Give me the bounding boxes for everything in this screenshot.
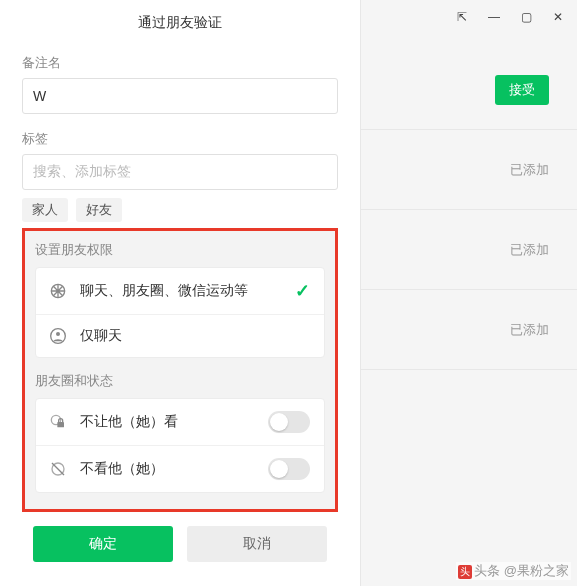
perm-option-full[interactable]: 聊天、朋友圈、微信运动等 ✓	[36, 268, 324, 314]
moments-hide-their[interactable]: 不看他（她）	[36, 445, 324, 492]
friend-row-added-1: 已添加	[361, 130, 577, 210]
remark-input[interactable]	[22, 78, 338, 114]
watermark-text: @果粉之家	[504, 563, 569, 578]
permissions-highlight-box: 设置朋友权限 聊天、朋友圈、微信运动等 ✓ 仅聊天 朋友圈和状态	[22, 228, 338, 512]
check-icon: ✓	[295, 280, 310, 302]
dialog-buttons: 确定 取消	[22, 512, 338, 578]
tag-chip-friend[interactable]: 好友	[76, 198, 122, 222]
cancel-button[interactable]: 取消	[187, 526, 327, 562]
svg-rect-4	[57, 422, 64, 427]
tags-label: 标签	[22, 130, 338, 148]
close-icon[interactable]: ✕	[551, 10, 565, 24]
pin-icon[interactable]: ⇱	[455, 10, 469, 24]
window-controls: ⇱ — ▢ ✕	[455, 0, 577, 28]
permission-card-main: 聊天、朋友圈、微信运动等 ✓ 仅聊天	[35, 267, 325, 358]
aperture-icon	[50, 283, 70, 299]
moments-title: 朋友圈和状态	[35, 372, 325, 390]
moments-option-label: 不看他（她）	[80, 460, 268, 478]
friend-row-added-2: 已添加	[361, 210, 577, 290]
watermark: 头头条 @果粉之家	[456, 562, 571, 580]
watermark-prefix: 头条	[474, 563, 504, 578]
perm-option-label: 聊天、朋友圈、微信运动等	[80, 282, 295, 300]
added-status: 已添加	[510, 161, 549, 179]
friend-row-added-3: H 已添加	[361, 290, 577, 370]
perm-option-label: 仅聊天	[80, 327, 310, 345]
minimize-icon[interactable]: —	[487, 10, 501, 24]
accept-button[interactable]: 接受	[495, 75, 549, 105]
friend-verify-dialog: 通过朋友验证 备注名 标签 搜索、添加标签 家人 好友 设置朋友权限 聊天、朋友…	[0, 0, 360, 586]
confirm-button[interactable]: 确定	[33, 526, 173, 562]
moments-option-label: 不让他（她）看	[80, 413, 268, 431]
dialog-title: 通过朋友验证	[22, 0, 338, 46]
tags-input[interactable]: 搜索、添加标签	[22, 154, 338, 190]
person-circle-icon	[50, 328, 70, 344]
svg-point-2	[56, 332, 60, 336]
tag-suggestions: 家人 好友	[22, 198, 338, 222]
tags-placeholder: 搜索、添加标签	[33, 163, 131, 181]
permissions-title: 设置朋友权限	[35, 241, 325, 259]
permission-card-moments: 不让他（她）看 不看他（她）	[35, 398, 325, 493]
eye-off-globe-icon	[50, 461, 70, 477]
friend-request-row: 接受	[361, 50, 577, 130]
toggle-hide-from-them[interactable]	[268, 411, 310, 433]
added-status: 已添加	[510, 321, 549, 339]
lock-globe-icon	[50, 414, 70, 430]
right-pane: ⇱ — ▢ ✕ 接受 已添加 已添加 H 已添加	[360, 0, 577, 586]
maximize-icon[interactable]: ▢	[519, 10, 533, 24]
watermark-icon: 头	[458, 565, 472, 579]
toggle-hide-their[interactable]	[268, 458, 310, 480]
added-status: 已添加	[510, 241, 549, 259]
perm-option-chatonly[interactable]: 仅聊天	[36, 314, 324, 357]
remark-label: 备注名	[22, 54, 338, 72]
moments-hide-from-them[interactable]: 不让他（她）看	[36, 399, 324, 445]
tag-chip-family[interactable]: 家人	[22, 198, 68, 222]
